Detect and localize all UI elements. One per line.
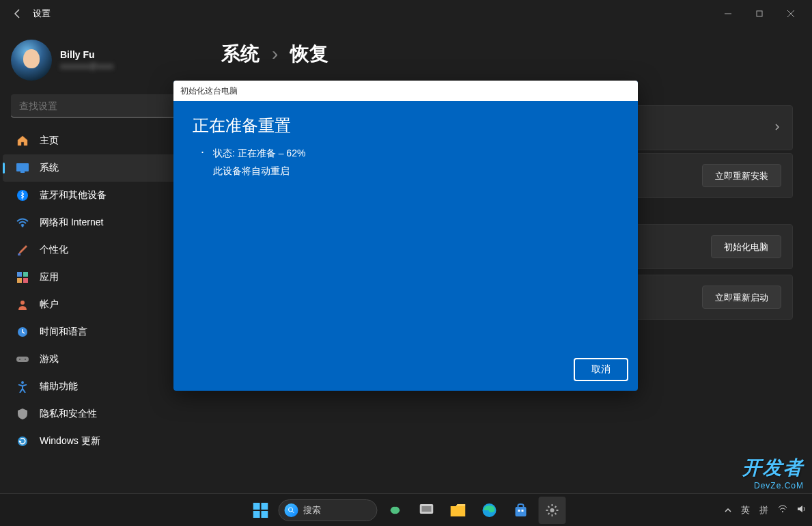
nav-label: Windows 更新	[40, 435, 100, 447]
breadcrumb: 系统 › 恢复	[221, 41, 793, 67]
maximize-button[interactable]	[744, 3, 775, 25]
nav-label: 应用	[40, 271, 59, 283]
modal-status: 状态: 正在准备 – 62%	[213, 148, 619, 160]
breadcrumb-leaf: 恢复	[290, 41, 328, 67]
svg-rect-29	[450, 506, 465, 516]
tray-network-icon[interactable]	[778, 505, 787, 515]
reinstall-button[interactable]: 立即重新安装	[702, 164, 781, 187]
taskbar-search-placeholder: 搜索	[303, 504, 321, 516]
modal-titlebar: 初始化这台电脑	[173, 81, 638, 101]
taskbar-search[interactable]: 搜索	[278, 499, 377, 521]
svg-point-7	[22, 225, 24, 227]
ime-mode[interactable]: 拼	[759, 504, 768, 516]
svg-rect-9	[17, 272, 22, 277]
nav-time[interactable]: 时间和语言	[3, 318, 202, 346]
watermark: 开发者 DevZe.CoM	[742, 455, 804, 490]
store-icon[interactable]	[507, 497, 534, 524]
nav-privacy[interactable]: 隐私和安全性	[3, 400, 202, 428]
avatar	[11, 40, 52, 81]
account-icon	[16, 299, 29, 311]
system-tray[interactable]: 英 拼	[725, 504, 807, 516]
bluetooth-icon	[16, 189, 29, 202]
svg-rect-31	[515, 507, 526, 516]
svg-point-17	[25, 359, 26, 360]
modal-restart-msg: 此设备将自动重启	[213, 165, 619, 178]
watermark-title: 开发者	[742, 455, 804, 481]
svg-rect-8	[18, 253, 20, 255]
nav-label: 系统	[40, 162, 59, 174]
modal-title: 初始化这台电脑	[180, 85, 238, 97]
nav-label: 个性化	[40, 244, 68, 256]
nav-system[interactable]: 系统	[3, 154, 202, 182]
tray-chevron-icon[interactable]	[725, 505, 731, 515]
tray-volume-icon[interactable]	[797, 505, 807, 515]
chevron-right-icon: ›	[272, 43, 278, 65]
search-input[interactable]	[11, 94, 194, 117]
svg-rect-21	[253, 503, 260, 510]
start-button[interactable]	[247, 497, 274, 524]
time-icon	[16, 326, 29, 338]
svg-rect-33	[521, 510, 523, 512]
window-controls	[712, 3, 807, 25]
svg-rect-11	[17, 278, 22, 283]
svg-point-18	[21, 381, 24, 384]
accessibility-icon	[16, 380, 29, 393]
nav-accessibility[interactable]: 辅助功能	[3, 373, 202, 400]
nav-label: 隐私和安全性	[40, 408, 97, 420]
home-icon	[16, 135, 29, 147]
svg-rect-28	[421, 506, 431, 512]
task-view-icon[interactable]	[412, 497, 440, 524]
apps-icon	[16, 271, 29, 283]
svg-rect-4	[16, 163, 29, 171]
shield-icon	[16, 408, 29, 420]
svg-point-13	[20, 301, 25, 305]
minimize-button[interactable]	[712, 3, 744, 25]
breadcrumb-root[interactable]: 系统	[221, 41, 260, 67]
system-icon	[16, 162, 29, 174]
user-name: Billy Fu	[60, 49, 113, 60]
svg-rect-1	[757, 11, 762, 16]
nav-home[interactable]: 主页	[3, 127, 202, 154]
nav-label: 游戏	[40, 353, 59, 365]
svg-rect-5	[20, 171, 25, 173]
svg-rect-32	[518, 510, 520, 512]
nav-label: 网络和 Internet	[40, 217, 103, 229]
svg-rect-12	[23, 278, 28, 283]
close-button[interactable]	[775, 3, 807, 25]
reset-pc-button[interactable]: 初始化电脑	[711, 235, 781, 258]
taskbar: 搜索 英 拼	[0, 493, 812, 526]
edge-icon[interactable]	[475, 497, 503, 524]
explorer-icon[interactable]	[444, 497, 471, 524]
brush-icon	[16, 244, 29, 256]
nav-personalize[interactable]: 个性化	[3, 236, 202, 264]
svg-point-34	[550, 508, 554, 512]
svg-rect-15	[16, 357, 29, 362]
modal-heading: 正在准备重置	[193, 115, 619, 137]
nav-apps[interactable]: 应用	[3, 264, 202, 291]
back-button[interactable]	[5, 1, 30, 26]
nav-accounts[interactable]: 帐户	[3, 291, 202, 318]
chevron-right-icon	[773, 122, 781, 134]
svg-rect-10	[23, 272, 28, 277]
svg-line-26	[292, 511, 294, 513]
svg-point-35	[782, 511, 783, 512]
copilot-icon[interactable]	[381, 497, 408, 524]
nav-gaming[interactable]: 游戏	[3, 346, 202, 373]
ime-language[interactable]: 英	[741, 504, 750, 516]
nav-label: 帐户	[40, 299, 59, 311]
search-icon	[284, 503, 298, 517]
restart-now-button[interactable]: 立即重新启动	[702, 286, 781, 309]
nav-bluetooth[interactable]: 蓝牙和其他设备	[3, 182, 202, 209]
update-icon	[16, 435, 29, 447]
game-icon	[16, 353, 29, 365]
wifi-icon	[16, 217, 29, 229]
nav-network[interactable]: 网络和 Internet	[3, 209, 202, 236]
settings-icon[interactable]	[538, 497, 565, 524]
nav-label: 辅助功能	[40, 380, 78, 393]
svg-point-16	[19, 359, 20, 360]
svg-rect-24	[261, 511, 268, 518]
cancel-button[interactable]: 取消	[574, 358, 628, 381]
progress-percent: 62%	[286, 148, 305, 158]
nav-label: 蓝牙和其他设备	[40, 189, 107, 202]
nav-update[interactable]: Windows 更新	[3, 428, 202, 455]
